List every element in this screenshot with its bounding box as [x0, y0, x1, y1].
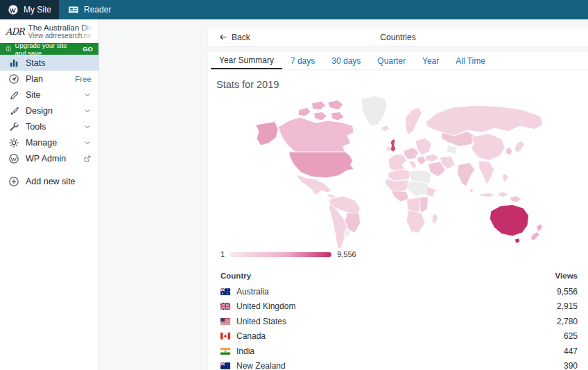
legend-max: 9,556	[337, 250, 356, 258]
country-name: Australia	[236, 287, 269, 297]
country-name: Canada	[236, 331, 266, 341]
country-name: United States	[236, 317, 286, 326]
my-site-button[interactable]: My Site	[0, 0, 59, 19]
sidebar-item-label: Design	[26, 106, 53, 116]
tab-year[interactable]: Year	[414, 52, 447, 69]
site-title: The Australian Dispute Resolution	[28, 24, 93, 32]
reader-icon	[68, 4, 79, 15]
views-value: 9,556	[557, 287, 578, 297]
views-value: 625	[564, 331, 578, 341]
views-column-header: Views	[555, 272, 578, 280]
sidebar-item-stats[interactable]: Stats	[0, 55, 98, 71]
tab-7-days[interactable]: 7 days	[282, 52, 323, 69]
my-site-label: My Site	[24, 5, 51, 15]
map-legend: 1 9,556	[220, 250, 588, 258]
plus-circle-icon	[8, 176, 19, 187]
world-map[interactable]	[247, 94, 549, 250]
sidebar-item-label: WP Admin	[26, 154, 66, 164]
wordpress-logo-icon	[8, 4, 19, 15]
back-arrow-icon	[218, 33, 227, 42]
sidebar-item-tools[interactable]: Tools	[0, 118, 98, 134]
views-value: 447	[564, 346, 578, 356]
country-name: India	[236, 346, 254, 356]
nav-divider-gap	[0, 166, 98, 173]
plan-free-badge: Free	[75, 75, 92, 83]
masthead: My Site Reader	[0, 0, 588, 19]
chevron-down-icon	[83, 91, 92, 99]
flag-india-icon	[220, 348, 230, 355]
country-column-header: Country	[220, 272, 251, 280]
countries-table: Country Views Australia 9,556	[220, 267, 578, 370]
flag-canada-icon	[220, 333, 230, 340]
sidebar-nav: Stats Plan Free Site	[0, 55, 98, 189]
table-row[interactable]: India 447	[220, 344, 578, 359]
sidebar-item-label: Manage	[26, 138, 57, 148]
tab-30-days[interactable]: 30 days	[323, 52, 369, 69]
sidebar-item-plan[interactable]: Plan Free	[0, 71, 98, 87]
section-header: Countries Back	[208, 28, 588, 46]
back-button[interactable]: Back	[208, 33, 250, 42]
external-link-icon	[83, 155, 92, 163]
upgrade-banner[interactable]: Upgrade your site and save. GO	[0, 43, 98, 55]
flag-united-states-icon	[220, 318, 230, 325]
table-row[interactable]: Australia 9,556	[220, 284, 578, 299]
legend-min: 1	[220, 250, 225, 258]
sidebar-item-label: Tools	[26, 122, 46, 132]
table-row[interactable]: United States 2,780	[220, 314, 578, 329]
main-content: Countries Back Year Summary 7 days 30 da…	[208, 19, 588, 370]
back-label: Back	[232, 33, 250, 42]
sidebar-item-label: Stats	[26, 58, 46, 68]
sidebar: ADR The Australian Dispute Resolution Vi…	[0, 19, 99, 370]
site-logo: ADR	[6, 26, 24, 37]
table-row[interactable]: United Kingdom 2,915	[220, 299, 578, 315]
country-name: United Kingdom	[236, 301, 295, 311]
table-row[interactable]: Canada 625	[220, 329, 578, 344]
chevron-down-icon	[83, 123, 92, 131]
add-new-site-label: Add new site	[26, 177, 76, 186]
legend-gradient-bar	[230, 252, 331, 257]
page-title: Countries	[208, 33, 588, 42]
views-value: 390	[564, 361, 578, 370]
views-value: 2,780	[557, 317, 578, 326]
country-name: New Zealand	[236, 361, 286, 370]
wrench-icon	[8, 121, 19, 132]
flag-united-kingdom-icon	[220, 303, 230, 310]
stats-card: Year Summary 7 days 30 days Quarter Year…	[208, 52, 588, 370]
tab-all-time[interactable]: All Time	[447, 52, 494, 69]
chevron-down-icon	[83, 107, 92, 115]
sidebar-item-label: Plan	[26, 74, 43, 84]
chevron-down-icon	[83, 139, 92, 147]
pencil-icon	[8, 89, 19, 100]
info-icon	[6, 45, 12, 53]
sidebar-item-label: Site	[26, 90, 41, 100]
upgrade-text: Upgrade your site and save.	[15, 42, 80, 57]
wordpress-icon	[8, 153, 19, 164]
site-url[interactable]: View adrresearch.net	[28, 32, 93, 39]
period-tabs: Year Summary 7 days 30 days Quarter Year…	[208, 52, 588, 70]
sidebar-item-manage[interactable]: Manage	[0, 134, 98, 150]
tab-quarter[interactable]: Quarter	[369, 52, 414, 69]
flag-australia-icon	[220, 288, 230, 295]
reader-label: Reader	[84, 5, 111, 15]
site-meta: The Australian Dispute Resolution View a…	[28, 24, 93, 39]
stats-heading: Stats for 2019	[216, 79, 588, 90]
gear-icon	[8, 137, 19, 148]
flag-new-zealand-icon	[220, 362, 230, 369]
sidebar-item-design[interactable]: Design	[0, 103, 98, 118]
upgrade-go-button[interactable]: GO	[83, 45, 93, 53]
plan-icon	[8, 73, 19, 85]
sidebar-item-wp-admin[interactable]: WP Admin	[0, 150, 98, 166]
tab-year-summary[interactable]: Year Summary	[211, 52, 282, 69]
views-value: 2,915	[557, 301, 578, 311]
current-site-card[interactable]: ADR The Australian Dispute Resolution Vi…	[0, 19, 98, 43]
stats-icon	[8, 58, 19, 69]
table-row[interactable]: New Zealand 390	[220, 359, 578, 370]
reader-button[interactable]: Reader	[59, 0, 120, 19]
brush-icon	[8, 105, 19, 116]
sidebar-item-site[interactable]: Site	[0, 87, 98, 103]
add-new-site-button[interactable]: Add new site	[0, 173, 98, 189]
table-header-row: Country Views	[220, 267, 578, 284]
